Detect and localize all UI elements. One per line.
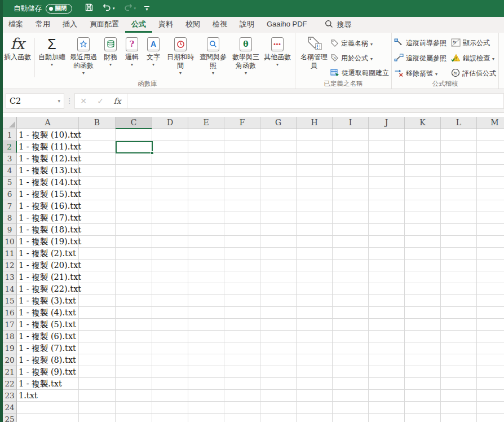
row-header-10[interactable]: 10 xyxy=(3,236,17,248)
cell-D12[interactable] xyxy=(152,260,188,271)
cell-D22[interactable] xyxy=(152,378,188,390)
cell-A10[interactable]: 1 - 複製 (19).txt xyxy=(17,236,79,248)
cell-F25[interactable] xyxy=(224,414,260,422)
cell-K3[interactable] xyxy=(405,153,441,165)
cell-K21[interactable] xyxy=(405,366,441,378)
math-trig-button[interactable]: θ數學與三角函數▾ xyxy=(229,34,262,76)
cell-I13[interactable] xyxy=(333,271,369,283)
cell-D4[interactable] xyxy=(152,165,188,177)
cell-B9[interactable] xyxy=(79,224,116,236)
cell-D8[interactable] xyxy=(152,212,188,224)
cell-L24[interactable] xyxy=(441,402,477,414)
cell-L13[interactable] xyxy=(441,271,477,283)
cell-M5[interactable] xyxy=(477,177,504,188)
cell-E3[interactable] xyxy=(188,153,224,165)
cell-H13[interactable] xyxy=(297,271,333,283)
cell-G10[interactable] xyxy=(260,236,297,248)
cell-C3[interactable] xyxy=(116,153,152,165)
cell-A1[interactable]: 1 - 複製 (10).txt xyxy=(17,129,79,141)
cell-J8[interactable] xyxy=(369,212,405,224)
cell-L18[interactable] xyxy=(441,331,477,342)
cell-A17[interactable]: 1 - 複製 (5).txt xyxy=(17,319,79,331)
cell-I25[interactable] xyxy=(333,414,369,422)
cell-J20[interactable] xyxy=(369,354,405,366)
cell-G17[interactable] xyxy=(260,319,297,331)
cell-G3[interactable] xyxy=(260,153,297,165)
row-header-13[interactable]: 13 xyxy=(3,271,17,283)
cell-E7[interactable] xyxy=(188,200,224,212)
cell-H4[interactable] xyxy=(297,165,333,177)
row-header-21[interactable]: 21 xyxy=(3,366,17,378)
cell-C21[interactable] xyxy=(116,366,152,378)
cell-J25[interactable] xyxy=(369,414,405,422)
lookup-reference-button[interactable]: 查閱與參照▾ xyxy=(197,34,229,76)
cell-L21[interactable] xyxy=(441,366,477,378)
cell-I3[interactable] xyxy=(333,153,369,165)
cell-L19[interactable] xyxy=(441,342,477,354)
column-header-D[interactable]: D xyxy=(152,117,188,129)
cell-B4[interactable] xyxy=(79,165,116,177)
cell-J3[interactable] xyxy=(369,153,405,165)
formula-input[interactable] xyxy=(129,94,503,108)
cell-H9[interactable] xyxy=(297,224,333,236)
cell-B19[interactable] xyxy=(79,342,116,354)
date-time-button[interactable]: 日期和時間▾ xyxy=(164,34,197,76)
cell-D1[interactable] xyxy=(152,129,188,141)
cell-K7[interactable] xyxy=(405,200,441,212)
insert-function-icon[interactable]: fx xyxy=(109,96,126,106)
cell-C8[interactable] xyxy=(116,212,152,224)
cell-F11[interactable] xyxy=(224,248,260,260)
cell-B3[interactable] xyxy=(79,153,116,165)
name-box[interactable]: C2 ▾ xyxy=(6,93,64,109)
cell-D14[interactable] xyxy=(152,283,188,295)
cell-A14[interactable]: 1 - 複製 (22).txt xyxy=(17,283,79,295)
cell-B17[interactable] xyxy=(79,319,116,331)
row-header-22[interactable]: 22 xyxy=(3,378,17,390)
cell-M15[interactable] xyxy=(477,295,504,307)
cell-F20[interactable] xyxy=(224,354,260,366)
redo-button[interactable]: ▾ xyxy=(123,3,136,14)
cell-F3[interactable] xyxy=(224,153,260,165)
cell-L5[interactable] xyxy=(441,177,477,188)
cell-H12[interactable] xyxy=(297,260,333,271)
insert-function-button[interactable]: fx插入函數 xyxy=(2,34,33,61)
cell-K18[interactable] xyxy=(405,331,441,342)
row-header-25[interactable]: 25 xyxy=(3,414,17,422)
tab-說明[interactable]: 說明 xyxy=(233,17,260,33)
row-header-19[interactable]: 19 xyxy=(3,342,17,354)
cell-E20[interactable] xyxy=(188,354,224,366)
cell-F5[interactable] xyxy=(224,177,260,188)
cell-B11[interactable] xyxy=(79,248,116,260)
tab-校閱[interactable]: 校閱 xyxy=(179,17,206,33)
cell-J17[interactable] xyxy=(369,319,405,331)
row-header-7[interactable]: 7 xyxy=(3,200,17,212)
cell-B20[interactable] xyxy=(79,354,116,366)
cell-I21[interactable] xyxy=(333,366,369,378)
cell-C6[interactable] xyxy=(116,188,152,200)
cell-B2[interactable] xyxy=(79,141,116,153)
cell-K19[interactable] xyxy=(405,342,441,354)
cell-C18[interactable] xyxy=(116,331,152,342)
cell-M24[interactable] xyxy=(477,402,504,414)
tab-資料[interactable]: 資料 xyxy=(152,17,179,33)
cell-K11[interactable] xyxy=(405,248,441,260)
cell-C1[interactable] xyxy=(116,129,152,141)
cell-D23[interactable] xyxy=(152,390,188,402)
more-functions-button[interactable]: •••其他函數▾ xyxy=(262,34,293,67)
cancel-icon[interactable]: ✕ xyxy=(75,96,92,106)
cell-G7[interactable] xyxy=(260,200,297,212)
column-header-M[interactable]: M xyxy=(477,117,504,129)
text-button[interactable]: A文字▾ xyxy=(143,34,164,67)
cell-M14[interactable] xyxy=(477,283,504,295)
cell-C23[interactable] xyxy=(116,390,152,402)
cell-M17[interactable] xyxy=(477,319,504,331)
cell-I7[interactable] xyxy=(333,200,369,212)
cell-H25[interactable] xyxy=(297,414,333,422)
cell-J22[interactable] xyxy=(369,378,405,390)
cell-C10[interactable] xyxy=(116,236,152,248)
cell-H1[interactable] xyxy=(297,129,333,141)
chevron-down-icon[interactable]: ▾ xyxy=(58,98,60,104)
cell-E2[interactable] xyxy=(188,141,224,153)
cell-D5[interactable] xyxy=(152,177,188,188)
cell-G11[interactable] xyxy=(260,248,297,260)
